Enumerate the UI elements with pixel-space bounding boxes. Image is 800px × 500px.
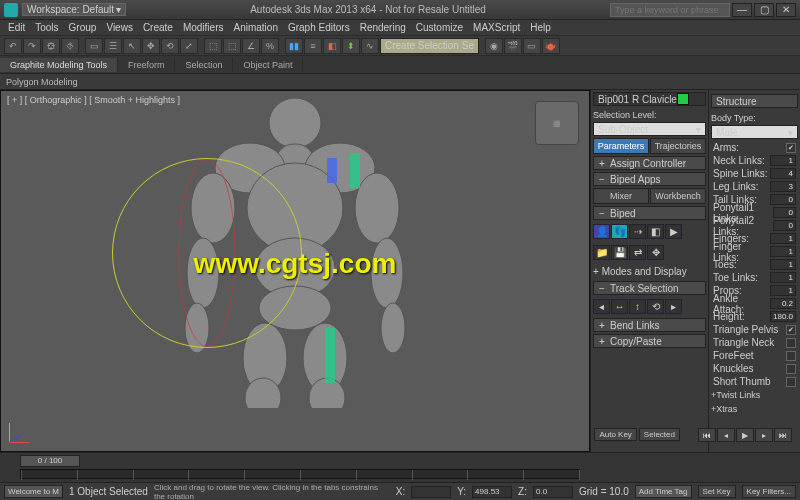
spinner-field[interactable]: 1 [770,246,796,257]
tab-freeform[interactable]: Freeform [118,58,176,72]
undo-button[interactable]: ↶ [4,38,22,54]
trajectories-button[interactable]: Trajectories [650,138,706,154]
align-button[interactable]: ≡ [304,38,322,54]
spinner-field[interactable]: 1 [770,155,796,166]
help-search-input[interactable] [610,3,730,17]
redo-button[interactable]: ↷ [23,38,41,54]
auto-key-button[interactable]: Auto Key [594,428,636,441]
parameters-button[interactable]: Parameters [593,138,649,154]
select-button[interactable]: ▭ [85,38,103,54]
body-rot-icon[interactable]: ⟲ [647,299,664,314]
move-all-icon[interactable]: ✥ [647,245,664,260]
figure-mode-icon[interactable]: 👤 [593,224,610,239]
spinner-field[interactable]: 180.0 [770,311,796,322]
checkbox[interactable] [786,377,796,387]
menu-grapheditors[interactable]: Graph Editors [288,22,350,33]
render-button[interactable]: 🫖 [542,38,560,54]
checkbox[interactable] [786,338,796,348]
y-coord-field[interactable]: 498.53 [472,486,512,498]
workspace-dropdown[interactable]: Workspace: Default▾ [22,3,126,16]
footstep-mode-icon[interactable]: 👣 [611,224,628,239]
menu-customize[interactable]: Customize [416,22,463,33]
select-name-button[interactable]: ☰ [104,38,122,54]
body-type-dropdown[interactable]: Male▾ [711,125,798,139]
unlink-button[interactable]: ⯑ [61,38,79,54]
percent-snap-button[interactable]: % [261,38,279,54]
spinner-field[interactable]: 0.2 [770,298,796,309]
body-horiz-icon[interactable]: ↔ [611,299,628,314]
menu-animation[interactable]: Animation [233,22,277,33]
polygon-modeling-label[interactable]: Polygon Modeling [6,77,78,87]
prev-key-icon[interactable]: ◂ [593,299,610,314]
prev-frame-button[interactable]: ◂ [717,428,735,442]
color-swatch[interactable] [677,93,689,105]
menu-help[interactable]: Help [530,22,551,33]
menu-create[interactable]: Create [143,22,173,33]
convert-icon[interactable]: ⇄ [629,245,646,260]
mirror-button[interactable]: ▮▮ [285,38,303,54]
minimize-button[interactable]: — [732,3,752,17]
material-button[interactable]: ◉ [485,38,503,54]
snap-button[interactable]: ⬚ [204,38,222,54]
spinner-field[interactable]: 4 [770,168,796,179]
save-file-icon[interactable]: 💾 [611,245,628,260]
sub-object-dropdown[interactable]: Sub-Object▾ [593,122,706,136]
menu-views[interactable]: Views [106,22,133,33]
menu-maxscript[interactable]: MAXScript [473,22,520,33]
load-file-icon[interactable]: 📁 [593,245,610,260]
track-selection-rollout[interactable]: −Track Selection [593,281,706,295]
timeline[interactable]: 0 / 100 [0,452,800,482]
viewcube[interactable]: ▦ [535,101,579,145]
cursor-icon[interactable]: ↖ [123,38,141,54]
assign-controller-rollout[interactable]: +Assign Controller [593,156,706,170]
mixer-button[interactable]: Mixer [593,188,649,204]
spinner-field[interactable]: 1 [770,259,796,270]
checkbox[interactable] [786,325,796,335]
menu-group[interactable]: Group [69,22,97,33]
viewport[interactable]: [ + ] [ Orthographic ] [ Smooth + Highli… [0,90,590,452]
tab-selection[interactable]: Selection [175,58,233,72]
timeline-ruler[interactable] [20,469,580,479]
set-key-button[interactable]: Set Key [698,485,736,498]
spinner-field[interactable]: 1 [770,233,796,244]
mixer-mode-icon[interactable]: ◧ [647,224,664,239]
spinner-field[interactable]: 0 [770,194,796,205]
spinner-field[interactable]: 3 [770,181,796,192]
selected-filter-dropdown[interactable]: Selected [639,428,680,441]
checkbox[interactable] [786,351,796,361]
schematic-button[interactable]: ⬍ [342,38,360,54]
biped-rollout[interactable]: −Biped [593,206,706,220]
checkbox[interactable] [786,364,796,374]
create-selection-dropdown[interactable]: Create Selection Se [380,38,479,54]
biped-apps-rollout[interactable]: −Biped Apps [593,172,706,186]
workbench-button[interactable]: Workbench [650,188,706,204]
xtras-rollout[interactable]: +Xtras [711,402,798,416]
scale-button[interactable]: ⤢ [180,38,198,54]
maximize-button[interactable]: ▢ [754,3,774,17]
spinner-field[interactable]: 0 [773,220,796,231]
tab-graphite[interactable]: Graphite Modeling Tools [0,58,118,72]
curve-button[interactable]: ∿ [361,38,379,54]
modes-display-label[interactable]: + Modes and Display [593,264,706,279]
key-filters-button[interactable]: Key Filters... [742,485,796,498]
layer-button[interactable]: ◧ [323,38,341,54]
goto-start-button[interactable]: ⏮ [698,428,716,442]
spinner-field[interactable]: 1 [770,285,796,296]
menu-tools[interactable]: Tools [35,22,58,33]
render-setup-button[interactable]: 🎬 [504,38,522,54]
move-button[interactable]: ✥ [142,38,160,54]
menu-rendering[interactable]: Rendering [360,22,406,33]
snap2-button[interactable]: ⬚ [223,38,241,54]
copy-paste-rollout[interactable]: +Copy/Paste [593,334,706,348]
play-button[interactable]: ▶ [736,428,754,442]
spinner-field[interactable]: 1 [770,272,796,283]
spinner-field[interactable]: 0 [773,207,796,218]
menu-edit[interactable]: Edit [8,22,25,33]
structure-rollout[interactable]: Structure [711,94,798,108]
angle-snap-button[interactable]: ∠ [242,38,260,54]
rotate-button[interactable]: ⟲ [161,38,179,54]
motion-flow-icon[interactable]: ⇢ [629,224,646,239]
render-frame-button[interactable]: ▭ [523,38,541,54]
checkbox[interactable] [786,143,796,153]
time-slider[interactable]: 0 / 100 [20,455,80,467]
